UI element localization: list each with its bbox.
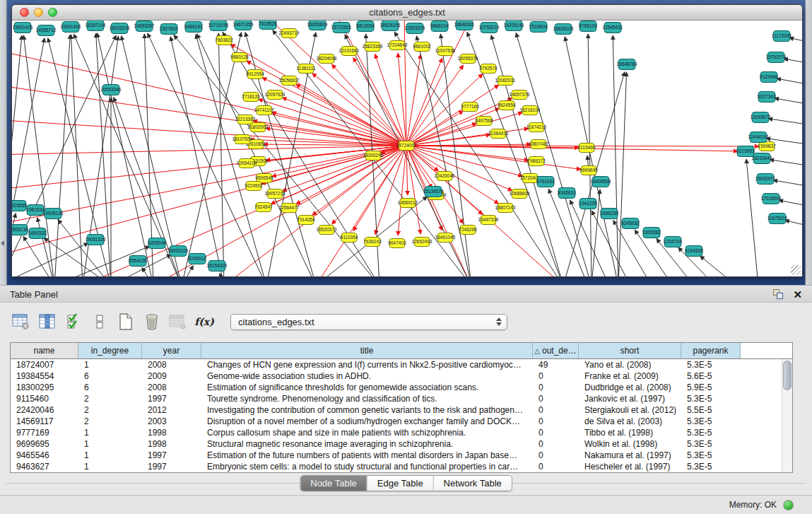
network-node[interactable]: 2620655 xyxy=(12,201,27,211)
function-builder-button[interactable]: f(x) xyxy=(194,312,214,332)
network-edge[interactable] xyxy=(71,35,83,276)
table-row[interactable]: 946362711997Embryonic stem cells: a mode… xyxy=(11,461,782,472)
network-edge[interactable] xyxy=(770,160,802,165)
network-node[interactable]: 6791931 xyxy=(536,177,555,187)
network-node[interactable]: 22101681 xyxy=(339,47,360,56)
network-node[interactable]: 9699695 xyxy=(579,166,598,175)
network-edge[interactable] xyxy=(406,108,500,146)
column-header-title[interactable]: title xyxy=(201,343,533,358)
network-node[interactable]: 10719195 xyxy=(208,21,229,31)
network-edge[interactable] xyxy=(406,85,499,146)
network-node[interactable]: 14741107 xyxy=(254,106,275,115)
network-edge[interactable] xyxy=(12,146,406,155)
network-edge[interactable] xyxy=(773,180,802,186)
network-node[interactable]: 19051326 xyxy=(86,235,106,245)
network-node[interactable]: 19501426 xyxy=(13,23,33,33)
network-node[interactable]: 11172045 xyxy=(772,31,792,42)
network-node[interactable]: 14671355 xyxy=(233,21,254,30)
citation-network[interactable]: 1872400710807487798637215720407106886091… xyxy=(12,21,802,276)
network-node[interactable]: 16646301 xyxy=(454,21,475,30)
network-edge[interactable] xyxy=(353,57,406,146)
network-node[interactable]: 16520373 xyxy=(317,226,337,235)
column-header-year[interactable]: year xyxy=(142,343,201,358)
network-node[interactable]: 10807487 xyxy=(529,140,549,149)
close-icon[interactable]: ✕ xyxy=(793,287,802,302)
column-header-out_degree[interactable]: △out_de… xyxy=(533,343,579,358)
vertical-scrollbar[interactable] xyxy=(782,359,792,472)
network-node[interactable]: 12057924 xyxy=(265,90,286,100)
network-node[interactable]: 8554106 xyxy=(129,256,147,267)
network-node[interactable]: 20053346 xyxy=(101,85,122,95)
network-edge[interactable] xyxy=(775,98,802,104)
table-row[interactable]: 946554611997Estimation of the future num… xyxy=(11,450,782,461)
network-node[interactable]: 15722501 xyxy=(331,23,352,33)
network-edge[interactable] xyxy=(768,119,802,124)
network-node[interactable]: 7624547 xyxy=(254,203,273,212)
delete-table-button[interactable] xyxy=(168,312,188,332)
memory-indicator[interactable] xyxy=(783,500,794,510)
network-edge[interactable] xyxy=(12,243,88,276)
network-node[interactable]: 9866104 xyxy=(430,21,449,32)
network-node[interactable]: 7615526 xyxy=(259,21,277,30)
network-node[interactable]: 16055376 xyxy=(458,54,478,64)
network-node[interactable]: 12654104 xyxy=(237,159,257,168)
network-node[interactable]: 9861002 xyxy=(413,42,431,52)
panel-expand-arrow-icon[interactable] xyxy=(1,240,4,246)
network-edge[interactable] xyxy=(282,98,406,146)
network-edge[interactable] xyxy=(182,33,241,276)
network-edge[interactable] xyxy=(406,146,464,223)
network-node[interactable]: 15056607 xyxy=(279,76,300,86)
network-node[interactable]: 7986372 xyxy=(527,157,546,166)
network-node[interactable]: 11007538 xyxy=(435,47,456,56)
network-node[interactable]: 12082031 xyxy=(495,76,516,86)
table-row[interactable]: 2242004622012Investigating the contribut… xyxy=(11,404,782,416)
network-edge[interactable] xyxy=(789,37,802,42)
network-node[interactable]: 14055712 xyxy=(36,25,57,36)
network-node[interactable]: 9860128 xyxy=(230,53,249,62)
network-node[interactable]: 12213363 xyxy=(235,115,256,124)
network-node[interactable]: 20691406 xyxy=(61,22,81,33)
network-node[interactable]: 15497334 xyxy=(478,216,499,225)
tab-edge-table[interactable]: Edge Table xyxy=(367,476,433,491)
network-node[interactable]: 18957215 xyxy=(265,189,286,199)
column-header-short[interactable]: short xyxy=(579,343,681,358)
network-node[interactable]: 10753219 xyxy=(479,23,500,33)
network-edge[interactable] xyxy=(58,220,111,276)
table-row[interactable]: 911546021997Tourette syndrome. Phenomeno… xyxy=(11,393,782,404)
network-node[interactable]: 18204098 xyxy=(317,54,337,64)
delete-column-button[interactable] xyxy=(142,312,162,332)
network-node[interactable]: 16154320 xyxy=(207,261,228,271)
network-node[interactable]: 15751074 xyxy=(766,52,787,63)
network-node[interactable]: 16409538 xyxy=(591,177,611,187)
network-node[interactable]: 13905136 xyxy=(43,209,64,219)
network-node[interactable]: 7914354 xyxy=(297,216,315,225)
table-select[interactable]: citations_edges.txt xyxy=(230,314,507,330)
window-titlebar[interactable]: citations_edges.txt xyxy=(12,5,802,21)
network-node[interactable]: 18107554 xyxy=(233,135,253,144)
change-table-mode-button[interactable] xyxy=(11,312,31,332)
network-node[interactable]: 9647402 xyxy=(388,239,406,248)
network-node[interactable]: 16648784 xyxy=(617,59,637,70)
network-edge[interactable] xyxy=(406,65,464,146)
network-node[interactable]: 8813054 xyxy=(356,21,375,32)
network-node[interactable]: 16461045 xyxy=(435,233,456,243)
network-edge[interactable] xyxy=(785,221,802,226)
tab-network-table[interactable]: Network Table xyxy=(433,476,512,491)
network-node[interactable]: 10653287 xyxy=(134,21,155,32)
network-node[interactable]: 16216104 xyxy=(520,106,541,115)
network-node[interactable]: 9792570 xyxy=(479,64,498,74)
show-column-button[interactable] xyxy=(37,312,57,332)
network-node[interactable]: 17016504 xyxy=(761,194,782,204)
network-node[interactable]: 1234704 xyxy=(664,237,682,247)
network-edge[interactable] xyxy=(406,146,581,170)
network-node[interactable]: 7636243 xyxy=(363,238,382,247)
network-edge[interactable] xyxy=(406,146,420,234)
network-edge[interactable] xyxy=(54,35,70,276)
network-node[interactable]: 17204848 xyxy=(387,41,408,50)
unselect-all-columns-button[interactable] xyxy=(90,312,110,332)
table-row[interactable]: 969969511998Structural magnetic resonanc… xyxy=(11,438,782,450)
network-edge[interactable] xyxy=(406,123,477,146)
network-edge[interactable] xyxy=(700,256,736,276)
network-node[interactable]: 9245032 xyxy=(621,218,640,229)
table-row[interactable]: 1830029562008Estimation of significance … xyxy=(11,382,782,393)
